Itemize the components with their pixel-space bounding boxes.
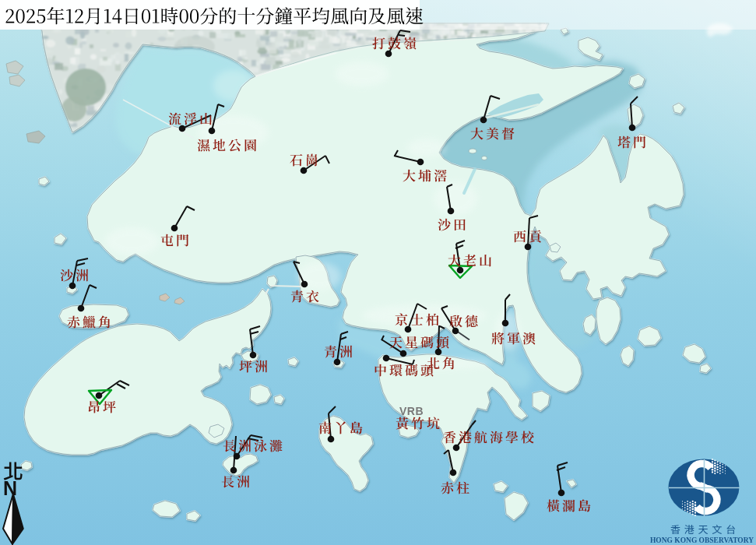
svg-text:N: N <box>3 477 17 499</box>
svg-text:VRB: VRB <box>399 405 424 417</box>
svg-text:HONG KONG OBSERVATORY: HONG KONG OBSERVATORY <box>650 535 754 544</box>
